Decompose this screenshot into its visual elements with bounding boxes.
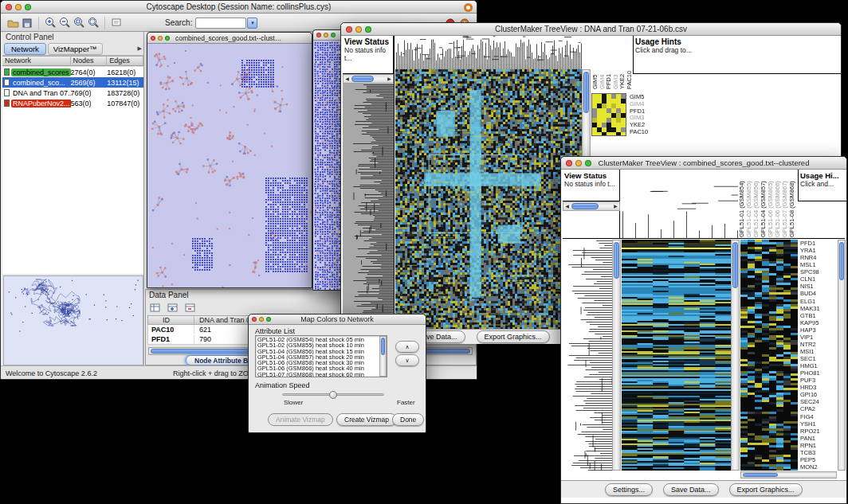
gene-label[interactable]: KAP95	[800, 319, 837, 326]
close-button[interactable]	[566, 160, 572, 166]
treeview-button[interactable]: Export Graphics...	[477, 330, 550, 343]
dendro-hscrollbar[interactable]: ◀ ▶	[343, 74, 394, 84]
column-edges[interactable]: Edges	[107, 56, 143, 66]
row-dendrogram-canvas[interactable]	[563, 240, 612, 471]
network-view-title-bar[interactable]: combined_scores_good.txt--cluste...	[147, 33, 312, 44]
close-button[interactable]	[151, 36, 155, 41]
minimize-button[interactable]	[259, 317, 264, 322]
annotation-icon[interactable]	[109, 16, 124, 30]
minimize-button[interactable]	[15, 4, 22, 10]
network-row[interactable]: DNA and Tran 07... 769(0) 183728(0)	[2, 88, 143, 98]
heatmap-vscrollbar[interactable]	[731, 240, 740, 471]
close-button[interactable]	[252, 317, 257, 322]
zoom-button[interactable]	[266, 317, 271, 322]
map-dialog-title-bar[interactable]: Map Colors to Network	[249, 315, 426, 325]
gene-label[interactable]: SEC1	[800, 355, 837, 362]
treeview-dna-title-bar[interactable]: ClusterMaker TreeView : DNA and Tran 07-…	[341, 23, 841, 36]
scroll-left-icon[interactable]: ◀	[563, 202, 571, 210]
search-input[interactable]	[195, 18, 246, 29]
minimize-button[interactable]	[355, 26, 362, 33]
treeview-button[interactable]: Settings...	[605, 483, 653, 496]
column-label[interactable]: PFD1	[606, 37, 613, 89]
zoom-fit-icon[interactable]	[86, 16, 100, 30]
column-label[interactable]: GPL51-08 (GSM868)	[788, 170, 795, 237]
column-label[interactable]: GPL51-01 (GSM854)	[738, 170, 745, 237]
gene-label[interactable]: CPA2	[800, 405, 837, 412]
gene-label[interactable]: RPN1	[800, 442, 837, 449]
column-network[interactable]: Network	[2, 56, 71, 66]
zoom-button[interactable]	[365, 26, 371, 33]
gene-label[interactable]: TCB3	[800, 449, 837, 456]
minimize-button[interactable]	[324, 33, 328, 37]
gene-label[interactable]: PFD1	[800, 240, 837, 247]
gene-label[interactable]: HMG1	[800, 362, 837, 369]
zoom-button[interactable]	[25, 4, 31, 10]
scroll-right-icon[interactable]: ▶	[612, 202, 619, 210]
column-id[interactable]: ID	[148, 316, 194, 324]
gene-label[interactable]: SPC98	[800, 268, 837, 275]
attribute-list-item[interactable]: GPL51-02 (GSM855) heat shock 10 min	[257, 342, 385, 348]
zoom-button[interactable]	[165, 36, 170, 41]
column-label[interactable]: GIM3	[613, 37, 620, 89]
tab-more-icon[interactable]: ▶	[138, 45, 142, 52]
dendro-hscrollbar[interactable]: ◀ ▶	[563, 201, 620, 211]
done-button[interactable]: Done	[392, 413, 424, 426]
column-label[interactable]: GPL51-04 (GSM857)	[760, 170, 767, 237]
gene-label[interactable]: NTR2	[800, 341, 837, 348]
gene-label[interactable]: VIP1	[800, 334, 837, 341]
gene-label[interactable]: PAN1	[800, 435, 837, 442]
close-button[interactable]	[316, 33, 321, 37]
animation-speed-slider[interactable]	[282, 393, 384, 396]
minimize-button[interactable]	[158, 36, 163, 41]
table-add-icon[interactable]	[165, 300, 179, 315]
attribute-list-item[interactable]: GPL51-06 (GSM866) heat shock 40 min	[257, 365, 385, 371]
column-label[interactable]: GPL51-06 (GSM865)	[767, 170, 774, 237]
gene-label[interactable]: PHO81	[800, 369, 837, 377]
gene-label[interactable]: RNR4	[800, 254, 837, 261]
dendro-vscrollbar[interactable]	[612, 240, 621, 471]
heatmap-canvas[interactable]	[622, 240, 731, 471]
gene-label[interactable]: PUF3	[800, 377, 837, 384]
attribute-list-item[interactable]: GPL51-06 (GSM858) heat shock 30 min	[257, 360, 385, 365]
treeview-combined-title-bar[interactable]: ClusterMaker TreeView : combined_scores_…	[561, 157, 846, 170]
minimize-button[interactable]	[575, 160, 582, 166]
gene-label[interactable]: GPI16	[800, 391, 837, 398]
gene-label[interactable]: HRD3	[800, 384, 837, 391]
network-overview-thumbnail[interactable]	[3, 275, 143, 365]
gene-label[interactable]: GTB1	[800, 312, 837, 319]
gene-label[interactable]: CLN1	[800, 275, 837, 283]
zoom-button[interactable]	[331, 33, 336, 37]
save-icon[interactable]	[20, 16, 34, 30]
animate-vizmap-button[interactable]: Animate Vizmap	[268, 413, 333, 426]
heatmap-canvas[interactable]	[395, 69, 582, 329]
close-button[interactable]	[346, 26, 352, 33]
open-folder-icon[interactable]	[6, 16, 20, 30]
gene-label[interactable]: YRA1	[800, 247, 837, 254]
gene-label[interactable]: BUD4	[800, 290, 837, 297]
column-dendrogram-canvas[interactable]	[622, 170, 738, 238]
zoom-in-icon[interactable]	[43, 16, 57, 30]
column-label[interactable]: PAC10	[626, 37, 634, 89]
move-down-button[interactable]: ∨	[395, 354, 419, 366]
scroll-left-icon[interactable]: ◀	[344, 75, 351, 83]
tab-network[interactable]: Network	[4, 43, 46, 55]
close-button[interactable]	[6, 4, 12, 10]
tab-vizmapper[interactable]: VizMapper™	[48, 43, 103, 55]
scroll-right-icon[interactable]: ▶	[386, 75, 393, 83]
gene-label[interactable]: MSL1	[800, 261, 837, 268]
column-label[interactable]: YKE2	[619, 37, 626, 89]
search-dropdown-arrow-icon[interactable]: ▼	[247, 18, 257, 29]
network-graph-canvas[interactable]	[147, 44, 312, 287]
attribute-list-item[interactable]: GPL51-04 (GSM857) heat shock 20 min	[257, 354, 385, 360]
gene-label[interactable]: SEC24	[800, 398, 837, 405]
main-title-bar[interactable]: Cytoscape Desktop (Session Name: collins…	[1, 1, 477, 14]
zoom-button[interactable]	[585, 160, 591, 166]
zoom-selected-icon[interactable]	[72, 16, 86, 30]
gene-label[interactable]: MAK31	[800, 305, 837, 312]
slider-thumb[interactable]	[329, 391, 337, 399]
gene-label[interactable]: YSH1	[800, 420, 837, 428]
column-label[interactable]: GPL51-06 (GSM866)	[774, 170, 781, 237]
table-icon[interactable]	[147, 300, 162, 315]
attribute-list-item[interactable]: GPL51-02 (GSM854) heat shock 05 min	[257, 337, 385, 342]
attribute-list-scrollbar[interactable]	[379, 336, 387, 377]
